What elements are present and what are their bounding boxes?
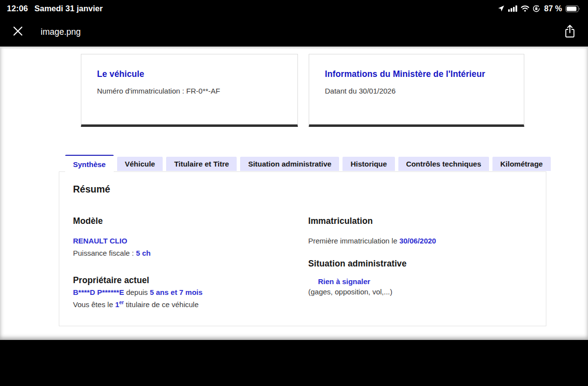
summary-right-column: Immatriculation Première immatriculation… bbox=[308, 216, 536, 309]
tab-synthese[interactable]: Synthèse bbox=[65, 155, 114, 172]
summary-left-column: Modèle RENAULT CLIO Puissance fiscale : … bbox=[73, 216, 308, 309]
close-icon bbox=[13, 26, 23, 38]
vehicle-card-subtitle: Numéro d'immatriculation : FR-0**-AF bbox=[97, 87, 283, 95]
summary-title: Résumé bbox=[73, 184, 110, 195]
owner-duration: 5 ans et 7 mois bbox=[150, 288, 203, 296]
model-name: RENAULT CLIO bbox=[73, 237, 308, 245]
status-date: Samedi 31 janvier bbox=[34, 4, 102, 13]
share-button[interactable] bbox=[563, 23, 577, 41]
holder-ordinal-suffix: er bbox=[119, 300, 123, 305]
status-bar-left: 12:06 Samedi 31 janvier bbox=[7, 4, 103, 13]
holder-suffix: titulaire de ce véhicule bbox=[124, 300, 199, 309]
situation-heading: Situation administrative bbox=[308, 259, 536, 269]
holder-number: 1 bbox=[115, 300, 119, 309]
first-registration-label: Première immatriculation le bbox=[308, 237, 399, 245]
status-time: 12:06 bbox=[7, 4, 28, 13]
situation-status: Rien à signaler bbox=[308, 277, 536, 286]
fiscal-power-label: Puissance fiscale : bbox=[73, 249, 136, 257]
vehicle-card-title: Le véhicule bbox=[97, 69, 283, 79]
registration-heading: Immatriculation bbox=[308, 216, 536, 226]
model-name-value: RENAULT CLIO bbox=[73, 237, 127, 245]
owner-name: B****D P******E bbox=[73, 288, 124, 296]
tab-vehicule[interactable]: Véhicule bbox=[117, 157, 163, 171]
ipad-screen: 12:06 Samedi 31 janvier bbox=[0, 0, 588, 386]
ministry-card-subtitle: Datant du 30/01/2026 bbox=[325, 87, 509, 95]
rotation-lock-icon bbox=[533, 5, 540, 12]
tab-situation-administrative[interactable]: Situation administrative bbox=[240, 157, 339, 171]
situation-note: (gages, opposition, vol,...) bbox=[308, 288, 536, 296]
tab-titulaire-et-titre[interactable]: Titulaire et Titre bbox=[166, 157, 237, 171]
owner-line: B****D P******E depuis 5 ans et 7 mois bbox=[73, 288, 308, 296]
tab-controles-techniques[interactable]: Contrôles techniques bbox=[398, 157, 489, 171]
summary-columns: Modèle RENAULT CLIO Puissance fiscale : … bbox=[73, 216, 536, 309]
image-viewer-canvas[interactable]: Le véhicule Numéro d'immatriculation : F… bbox=[0, 47, 588, 340]
status-bar: 12:06 Samedi 31 janvier bbox=[0, 0, 588, 17]
model-heading: Modèle bbox=[73, 216, 308, 226]
battery-percent: 87 % bbox=[544, 4, 562, 13]
battery-icon bbox=[565, 5, 580, 12]
fiscal-power-value: 5 ch bbox=[136, 249, 150, 257]
fiscal-power: Puissance fiscale : 5 ch bbox=[73, 249, 308, 257]
location-icon bbox=[497, 5, 505, 12]
holder-prefix: Vous êtes le bbox=[73, 300, 115, 309]
report-tabs: Synthèse Véhicule Titulaire et Titre Sit… bbox=[59, 155, 551, 172]
first-registration-line: Première immatriculation le 30/06/2020 bbox=[308, 237, 536, 245]
synthese-panel: Résumé Modèle RENAULT CLIO Puissance fis… bbox=[59, 171, 546, 326]
document-title: image.png bbox=[41, 27, 563, 37]
wifi-icon bbox=[521, 5, 529, 12]
owner-heading: Propriétaire actuel bbox=[73, 275, 308, 286]
situation-status-value: Rien à signaler bbox=[318, 277, 370, 286]
first-registration-date: 30/06/2020 bbox=[399, 237, 436, 245]
ministry-card: Informations du Ministère de l'Intérieur… bbox=[309, 54, 524, 127]
status-bar-right: 87 % bbox=[497, 4, 580, 13]
share-icon bbox=[564, 24, 576, 40]
owner-since-label: depuis bbox=[124, 288, 150, 296]
holder-rank-line: Vous êtes le 1er titulaire de ce véhicul… bbox=[73, 300, 308, 309]
vehicle-card: Le véhicule Numéro d'immatriculation : F… bbox=[81, 54, 298, 127]
ministry-card-title: Informations du Ministère de l'Intérieur bbox=[325, 69, 509, 79]
image-viewer-toolbar: image.png bbox=[0, 17, 588, 47]
cellular-signal-icon bbox=[508, 5, 517, 12]
tab-kilometrage[interactable]: Kilométrage bbox=[492, 157, 551, 171]
tab-historique[interactable]: Historique bbox=[343, 157, 394, 171]
close-button[interactable] bbox=[11, 24, 25, 40]
